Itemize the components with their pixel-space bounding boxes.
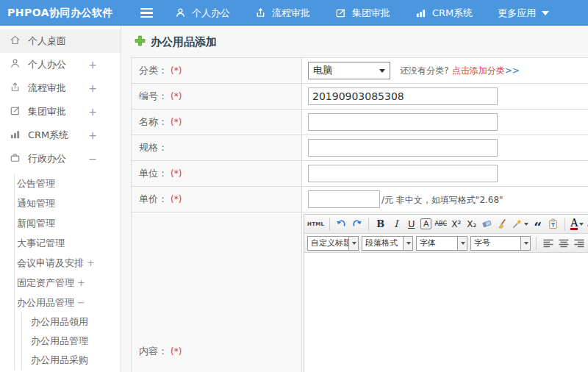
caret-down-icon — [524, 223, 528, 226]
editor-toolbar-row1: HTML B I U A ABC X² X₂ — [304, 215, 588, 234]
caret-down-icon — [379, 69, 385, 73]
blockquote-button[interactable]: “ — [531, 216, 544, 232]
unit-label: 单位： — [139, 168, 168, 179]
select-value: 字体 — [417, 237, 457, 248]
spec-label: 规格： — [139, 142, 168, 153]
content-label: 内容： — [139, 346, 168, 357]
align-left-icon[interactable] — [542, 235, 554, 251]
sidebar-item-news-mgmt[interactable]: 新闻管理 — [15, 213, 121, 233]
topnav-group-approval[interactable]: 集团审批 — [335, 7, 390, 20]
form-row-spec: 规格： — [132, 135, 588, 161]
topnav-personal-office[interactable]: 个人办公 — [175, 7, 230, 20]
field-label-cell: 编号：(*) — [132, 84, 302, 110]
sidebar-item-fixed-assets-mgmt[interactable]: 固定资产管理 + — [15, 273, 121, 293]
paragraph-format-select[interactable]: 段落格式 — [362, 236, 413, 251]
sidebar-item-workflow-approval[interactable]: 流程审批 + — [0, 76, 121, 100]
user-icon — [175, 7, 186, 18]
redo-icon[interactable] — [351, 216, 363, 232]
format-brush-icon[interactable] — [496, 216, 509, 232]
italic-button[interactable]: I — [390, 216, 402, 232]
expand-toggle[interactable]: + — [87, 257, 95, 268]
topnav-more-apps[interactable]: 更多应用 — [498, 7, 549, 20]
briefcase-icon — [10, 152, 21, 165]
sidebar-item-label: 办公用品管理 — [17, 296, 74, 310]
page-title: 办公用品添加 — [135, 35, 588, 49]
caret-down-icon — [520, 237, 530, 250]
required-marker: (*) — [171, 194, 182, 204]
user-icon — [10, 58, 21, 71]
sidebar-item-personal-desktop[interactable]: 个人桌面 — [0, 29, 121, 53]
custom-title-select[interactable]: 自定义标题 — [307, 236, 359, 251]
unit-input[interactable] — [308, 165, 498, 182]
html-source-button[interactable]: HTML — [307, 216, 324, 232]
font-size-select[interactable]: 字号 — [470, 236, 531, 251]
editor-content[interactable] — [304, 253, 588, 372]
align-center-icon[interactable] — [557, 235, 570, 251]
category-select[interactable]: 电脑 — [308, 62, 390, 79]
add-category-link-arrows[interactable]: >> — [505, 65, 520, 76]
superscript-button[interactable]: X² — [450, 216, 462, 232]
price-input[interactable] — [308, 190, 380, 208]
sidebar-item-notice-mgmt[interactable]: 通知管理 — [15, 193, 121, 213]
topnav-workflow-approval[interactable]: 流程审批 — [255, 7, 310, 20]
expand-toggle[interactable]: + — [77, 277, 85, 288]
select-value: 段落格式 — [362, 237, 403, 248]
edit-icon — [335, 7, 346, 18]
sidebar-item-supplies-claim[interactable]: 办公用品领用 — [22, 312, 121, 332]
sidebar-item-supplies-manage[interactable]: 办公用品管理 — [22, 332, 121, 351]
sidebar-item-meeting-request[interactable]: 会议申请及安排 + — [15, 253, 121, 273]
underline-button[interactable]: U — [405, 216, 417, 232]
strikethrough-button[interactable]: ABC — [434, 216, 447, 232]
price-suffix: /元 非中文，如填写格式"2.68" — [381, 195, 503, 205]
app-logo: PHPOA协同办公软件 — [0, 7, 129, 20]
sidebar-item-crm-system[interactable]: CRM系统 + — [0, 124, 121, 147]
undo-icon[interactable] — [335, 216, 348, 232]
price-label: 单价： — [139, 193, 168, 204]
sidebar-item-label: 新闻管理 — [17, 217, 55, 230]
paste-clipboard-icon[interactable] — [547, 216, 559, 232]
sidebar-item-personal-office[interactable]: 个人办公 + — [0, 53, 121, 76]
font-family-select[interactable]: 字体 — [416, 236, 467, 251]
sidebar-item-label: 大事记管理 — [17, 237, 65, 250]
spec-input[interactable] — [308, 139, 498, 157]
subscript-button[interactable]: X₂ — [465, 216, 478, 232]
sidebar-item-label: CRM系统 — [28, 129, 68, 142]
name-input[interactable] — [308, 113, 498, 131]
field-label-cell: 名称：(*) — [132, 110, 302, 135]
sidebar-item-office-supplies-mgmt-group[interactable]: 办公用品管理 − — [15, 293, 121, 312]
number-input[interactable] — [308, 87, 498, 105]
category-label: 分类： — [139, 65, 168, 76]
caret-down-icon — [403, 237, 412, 250]
sidebar-item-admin-office[interactable]: 行政办公 − — [0, 147, 121, 171]
topnav-label: 个人办公 — [192, 7, 230, 20]
sidebar-item-memorabilia-mgmt[interactable]: 大事记管理 — [15, 233, 121, 253]
required-marker: (*) — [171, 117, 182, 127]
expand-toggle[interactable]: + — [88, 106, 97, 118]
sidebar-item-group-approval[interactable]: 集团审批 + — [0, 100, 121, 124]
font-style-box-button[interactable]: A — [420, 218, 431, 229]
expand-toggle[interactable]: − — [88, 153, 97, 165]
expand-toggle[interactable]: + — [88, 129, 97, 141]
topnav-crm-system[interactable]: CRM系统 — [415, 7, 473, 20]
hamburger-menu-icon[interactable] — [140, 8, 153, 18]
eraser-icon[interactable] — [481, 216, 493, 232]
add-category-link[interactable]: 点击添加分类 — [452, 65, 505, 76]
font-color-button[interactable]: A — [570, 218, 584, 230]
sidebar-item-announcement-mgmt[interactable]: 公告管理 — [15, 174, 121, 193]
topnav-label: 更多应用 — [498, 7, 536, 20]
main-content: 办公用品添加 分类：(*) 电脑 还没有分类? 点击添加分类>> 编号：(*) — [121, 26, 588, 372]
required-marker: (*) — [171, 346, 182, 357]
magic-wand-icon[interactable] — [512, 218, 528, 229]
caret-down-icon — [348, 237, 358, 250]
expand-toggle[interactable]: − — [77, 297, 85, 308]
field-label-cell: 单价：(*) — [132, 187, 302, 212]
workflow-icon — [255, 7, 266, 18]
bold-button[interactable]: B — [374, 216, 387, 232]
align-right-icon[interactable] — [573, 235, 585, 251]
sidebar-item-label: 通知管理 — [17, 197, 55, 210]
form-row-category: 分类：(*) 电脑 还没有分类? 点击添加分类>> — [132, 58, 588, 84]
sidebar-item-supplies-purchase[interactable]: 办公用品采购 — [22, 351, 121, 370]
expand-toggle[interactable]: + — [88, 82, 97, 94]
select-value: 字号 — [471, 237, 520, 248]
expand-toggle[interactable]: + — [88, 59, 97, 71]
